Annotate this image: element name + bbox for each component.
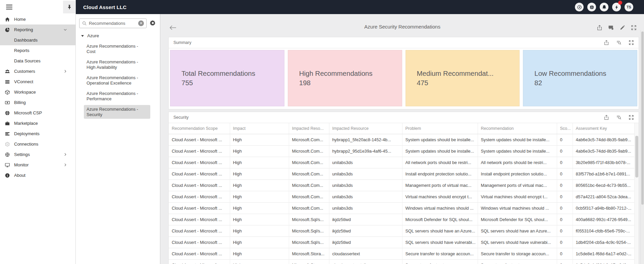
summary-search-data-button[interactable] xyxy=(616,40,622,45)
column-header-recommendation[interactable]: Recommendation xyxy=(478,123,557,134)
table-row[interactable]: Cloud Assert - Microsoft ...HighMicrosof… xyxy=(169,157,634,168)
topbar-actions: TS xyxy=(575,3,633,11)
topbar-gauge-button[interactable] xyxy=(575,3,584,11)
sidebar-item-home[interactable]: Home xyxy=(0,14,75,24)
column-header-impact[interactable]: Impact xyxy=(230,123,289,134)
sidebar-item-customers[interactable]: Customers xyxy=(0,66,75,76)
table-row[interactable]: Cloud Assert - Microsoft ...HighMicrosof… xyxy=(169,145,634,157)
back-button[interactable] xyxy=(169,25,177,31)
summary-card-medium-recommendat[interactable]: Medium Recommendat...475 xyxy=(406,50,520,106)
sidebar-item-workspace[interactable]: Workspace xyxy=(0,87,75,97)
sidebar-item-settings[interactable]: Settings xyxy=(0,149,75,160)
page-scrollbar[interactable] xyxy=(640,30,644,264)
sidebar-item-label: Reports xyxy=(14,48,30,53)
table-cell: System updates should be installe... xyxy=(402,134,478,145)
fullscreen-button[interactable] xyxy=(631,25,637,31)
hamburger-menu-icon[interactable] xyxy=(6,5,12,9)
tree-item-azure-recommendations-high-availability[interactable]: Azure Recommendations - High Availabilit… xyxy=(84,58,150,71)
sidebar-item-monitor[interactable]: Monitor xyxy=(0,160,75,170)
table-row[interactable]: Cloud Assert - Microsoft ...HighMicrosof… xyxy=(169,191,634,202)
clear-search-icon[interactable]: ✕ xyxy=(138,20,144,26)
table-row[interactable]: Cloud Assert - Microsoft ...HighMicrosof… xyxy=(169,236,634,248)
search-input[interactable] xyxy=(89,21,136,26)
notification-badge xyxy=(618,1,622,5)
feedback-button[interactable] xyxy=(608,25,614,31)
sidebar-item-reports[interactable]: Reports xyxy=(0,45,75,56)
sidebar-item-label: Connections xyxy=(14,142,38,147)
table-cell: ikjdz5tlwd xyxy=(329,225,402,236)
sidebar-item-reporting[interactable]: Reporting xyxy=(0,24,75,35)
sidebar-item-vconnect[interactable]: VConnect xyxy=(0,76,75,87)
sidebar-item-deployments[interactable]: Deployments xyxy=(0,128,75,139)
security-search-data-button[interactable] xyxy=(616,115,622,120)
table-row[interactable]: Cloud Assert - Microsoft ...HighMicrosof… xyxy=(169,168,634,179)
chevron-right-icon xyxy=(63,69,67,73)
sidebar-item-connections[interactable]: Connections xyxy=(0,139,75,149)
security-fullscreen-button[interactable] xyxy=(629,115,634,120)
table-cell: Microsoft.Sql/s... xyxy=(289,225,329,236)
card-label: Low Recommendations xyxy=(534,69,637,78)
table-scrollbar[interactable] xyxy=(634,123,639,264)
table-cell: 400a6682-992c-4726-9549... xyxy=(573,214,634,225)
table-scrollbar-thumb[interactable] xyxy=(635,136,638,177)
card-value: 82 xyxy=(534,78,637,88)
table-row[interactable]: Cloud Assert - Microsoft ...HighMicrosof… xyxy=(169,248,634,259)
security-export-button[interactable] xyxy=(604,115,609,120)
summary-panel-title: Summary xyxy=(173,40,191,45)
tree-item-azure-recommendations-performance[interactable]: Azure Recommendations - Performance xyxy=(84,89,150,103)
topbar-quick-actions-button[interactable] xyxy=(612,3,621,11)
sidebar-item-dashboards[interactable]: Dashboards xyxy=(0,35,75,45)
summary-cards: Total Recommendations755High Recommendat… xyxy=(169,48,639,108)
topbar-user-avatar[interactable]: TS xyxy=(625,3,633,11)
tree-item-azure-recommendations-cost[interactable]: Azure Recommendations - Cost xyxy=(84,42,150,56)
sidebar-item-billing[interactable]: Billing xyxy=(0,97,75,108)
column-header-sco[interactable]: Sco... xyxy=(557,123,573,134)
column-header-impacted-reso[interactable]: Impacted Reso... xyxy=(289,123,329,134)
sidebar-item-data-sources[interactable]: Data Sources xyxy=(0,56,75,66)
sidebar-item-marketplace[interactable]: Marketplace xyxy=(0,118,75,128)
summary-card-high-recommendations[interactable]: High Recommendations198 xyxy=(288,50,402,106)
bolt-icon xyxy=(614,5,619,10)
sidebar-item-microsoft-csp[interactable]: Microsoft CSP xyxy=(0,108,75,118)
sidebar: HomeReportingDashboardsReportsData Sourc… xyxy=(0,0,76,264)
summary-card-low-recommendations[interactable]: Low Recommendations82 xyxy=(523,50,637,106)
table-row[interactable]: Cloud Assert - Microsoft ...HighMicrosof… xyxy=(169,202,634,214)
sidebar-item-label: Workspace xyxy=(14,90,36,95)
column-header-recommendation-scope[interactable]: Recommendation Scope xyxy=(169,123,230,134)
table-cell: High xyxy=(230,236,289,248)
card-label: High Recommendations xyxy=(299,69,402,78)
pencil-icon xyxy=(620,25,625,31)
column-header-assessment-key[interactable]: Assessment Key xyxy=(573,123,634,134)
table-cell: Secure transfer to storage accoun... xyxy=(402,259,478,264)
tree-item-azure-recommendations-security[interactable]: Azure Recommendations - Security xyxy=(84,105,150,119)
summary-export-button[interactable] xyxy=(604,40,609,45)
table-cell: 0 xyxy=(557,145,573,157)
table-row[interactable]: Cloud Assert - Microsoft ...HighMicrosof… xyxy=(169,179,634,191)
table-row[interactable]: Cloud Assert - Microsoft ...HighMicrosof… xyxy=(169,214,634,225)
column-header-impacted-resource[interactable]: Impacted Resource xyxy=(329,123,402,134)
tree-item-azure-recommendations-operational-excellence[interactable]: Azure Recommendations - Operational Exce… xyxy=(84,73,150,87)
table-cell: 0 xyxy=(557,225,573,236)
topbar-globe-button[interactable] xyxy=(587,3,596,11)
table-cell: Virtual machines should encrypt t... xyxy=(478,191,557,202)
table-cell: 0 xyxy=(557,191,573,202)
pin-icon[interactable] xyxy=(63,1,75,13)
explorer-settings-button[interactable] xyxy=(150,20,156,27)
table-cell: Cloud Assert - Microsoft ... xyxy=(169,179,230,191)
sidebar-item-about[interactable]: About xyxy=(0,170,75,180)
column-header-problem[interactable]: Problem xyxy=(402,123,478,134)
export-button[interactable] xyxy=(597,25,602,31)
table-row[interactable]: Cloud Assert - Microsoft ...HighMicrosof… xyxy=(169,259,634,264)
sidebar-item-label: Home xyxy=(14,17,26,22)
table-row[interactable]: Cloud Assert - Microsoft ...HighMicrosof… xyxy=(169,134,634,145)
table-row[interactable]: Cloud Assert - Microsoft ...HighMicrosof… xyxy=(169,225,634,236)
tree-node-azure[interactable]: Azure xyxy=(76,33,160,38)
table-cell: High xyxy=(230,168,289,179)
edit-button[interactable] xyxy=(620,25,625,31)
page-scrollbar-thumb[interactable] xyxy=(641,32,644,205)
summary-card-total-recommendations[interactable]: Total Recommendations755 xyxy=(170,50,284,106)
topbar-notifications-button[interactable] xyxy=(600,3,608,11)
expand-icon xyxy=(629,115,634,120)
table-cell: Management ports of virtual mac... xyxy=(402,179,478,191)
summary-fullscreen-button[interactable] xyxy=(629,40,634,45)
